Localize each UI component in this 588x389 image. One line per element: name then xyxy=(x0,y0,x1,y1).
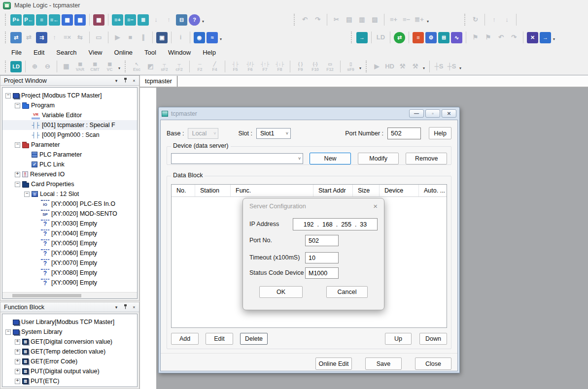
calculator-icon[interactable]: ⊞ xyxy=(438,32,450,43)
cut-icon[interactable]: ✂ xyxy=(331,14,342,26)
info-icon[interactable]: i xyxy=(175,32,186,43)
new-button[interactable]: New xyxy=(310,153,351,164)
ok-button[interactable]: OK xyxy=(259,286,303,298)
slot-select[interactable]: Slot1 ˅ xyxy=(256,128,291,139)
tree-item[interactable]: ┤├[001] tcpmaster : Special F xyxy=(2,120,137,130)
swap-icon[interactable]: ⇄ xyxy=(394,32,405,43)
tree-item[interactable]: ✓PLC Link xyxy=(2,160,137,169)
add-block-icon[interactable]: ≣+ xyxy=(414,14,425,26)
device-monitor-icon-dropdown[interactable]: ▾ xyxy=(220,37,222,41)
import-project-icon[interactable]: ≡← xyxy=(49,14,60,26)
column-header[interactable]: Auto. ... xyxy=(419,185,447,196)
modify-button[interactable]: Modify xyxy=(358,153,399,164)
download-icon[interactable]: ↓ xyxy=(150,14,162,26)
module-sync-icon[interactable]: ↻ xyxy=(470,14,481,26)
tree-item[interactable]: +≣GET(Temp detection value) xyxy=(2,347,137,357)
toolbar-grip[interactable] xyxy=(464,14,466,26)
paste-icon[interactable]: ▥ xyxy=(356,14,368,26)
add-item-icon[interactable]: ≡+ xyxy=(112,14,123,26)
panel-menu-icon[interactable]: ▾ xyxy=(113,305,119,310)
vc-window-icon[interactable]: ▦VC xyxy=(103,60,116,73)
expand-toggle[interactable]: + xyxy=(15,349,20,355)
tree-item[interactable]: −Project [Modbus TCP Master] xyxy=(2,91,137,100)
module-list-icon[interactable]: ≡ xyxy=(413,32,424,43)
window-grid-icon[interactable]: ▦ xyxy=(61,61,72,72)
menu-item-help[interactable]: Help xyxy=(197,48,221,57)
down-button[interactable]: Down xyxy=(419,333,447,345)
online-edit-button[interactable]: Online Edit xyxy=(315,357,352,370)
f8-falling-contact-icon[interactable]: ┤↓├F8 xyxy=(273,60,286,73)
tree-item[interactable]: IO[XY:0000] PLC-ES In.O xyxy=(2,199,137,209)
tab-tcpmaster[interactable]: tcpmaster xyxy=(140,76,177,87)
online-settings-icon[interactable]: → xyxy=(540,32,551,43)
settings-gear-icon[interactable]: ⚙ xyxy=(425,32,437,43)
safety-lock-icon[interactable]: ▣ xyxy=(156,32,168,43)
item-properties-icon[interactable]: ≣ xyxy=(138,14,149,26)
stop-mode-icon[interactable]: ■ xyxy=(125,32,136,43)
menu-item-search[interactable]: Search xyxy=(51,48,82,57)
column-header[interactable]: Device xyxy=(380,185,419,196)
toolbar-grip[interactable] xyxy=(366,61,368,72)
undo-icon[interactable]: ↶ xyxy=(299,14,311,26)
menu-item-view[interactable]: View xyxy=(83,48,108,57)
panel-menu-icon[interactable]: ▾ xyxy=(113,78,119,83)
write-plc-icon[interactable]: ↑ xyxy=(49,32,60,43)
f7-rising-contact-icon[interactable]: ┤↑├F7 xyxy=(258,60,272,73)
web-browser-icon[interactable]: ◉ xyxy=(194,32,205,43)
collapse-toggle[interactable]: − xyxy=(15,182,20,187)
output-skip-icon-dropdown[interactable]: ▾ xyxy=(459,66,461,70)
close-icon[interactable]: × xyxy=(131,78,137,83)
clear-plc-icon[interactable]: ≡× xyxy=(62,32,73,43)
toolbar-grip[interactable] xyxy=(5,32,7,43)
tree-item[interactable]: +≣PUT(Digital output value) xyxy=(2,366,137,376)
pause-mode-icon[interactable]: ∥ xyxy=(138,32,149,43)
tree-item[interactable]: PLC Parameter xyxy=(2,150,137,160)
variable-window-icon[interactable]: ▦VAR xyxy=(73,60,87,73)
input-skip-icon[interactable]: ┼S xyxy=(433,61,445,72)
column-header[interactable]: Func. xyxy=(231,185,313,196)
toolbar-grip[interactable] xyxy=(351,32,353,43)
expand-toggle[interactable]: + xyxy=(15,369,20,374)
zoom-in-icon[interactable]: ⊕ xyxy=(29,61,40,72)
remove-button[interactable]: Remove xyxy=(406,153,447,164)
compare-plc-icon[interactable]: ⇆ xyxy=(74,32,86,43)
tree-item[interactable]: −Card Properties xyxy=(2,179,137,189)
toolbar-grip[interactable] xyxy=(5,14,7,26)
ip-address-input[interactable] xyxy=(293,218,378,230)
edit-button[interactable]: Edit xyxy=(206,333,233,345)
tools-icon[interactable]: ✕ xyxy=(527,32,538,43)
collapse-toggle[interactable]: − xyxy=(15,103,20,108)
comment-window-icon[interactable]: ▦CMT xyxy=(88,60,102,73)
expand-toggle[interactable]: + xyxy=(15,172,20,177)
disconnect-icon[interactable]: ⇄ xyxy=(23,32,35,43)
close-icon[interactable]: × xyxy=(373,202,378,210)
hd-convert-icon[interactable]: HD xyxy=(384,61,395,72)
module-transfer-icon[interactable]: → xyxy=(356,32,368,43)
up-button[interactable]: Up xyxy=(385,333,412,345)
connect-icon[interactable]: ⇄ xyxy=(10,32,22,43)
column-header[interactable]: No. xyxy=(172,185,195,196)
tree-item[interactable]: ?[XY:0030] Empty xyxy=(2,219,137,228)
sf9-block-icon-dropdown[interactable]: ▾ xyxy=(359,66,361,70)
device-monitor-icon[interactable]: ≈ xyxy=(207,32,218,43)
pin-icon[interactable] xyxy=(122,78,128,84)
tree-item[interactable]: User Library[Modbus TCP Master] xyxy=(2,317,137,327)
column-header[interactable]: Start Addr xyxy=(313,185,353,196)
sf9-block-icon[interactable]: ▯sF9 xyxy=(344,60,357,73)
tree-item[interactable]: ?[XY:0080] Empty xyxy=(2,268,137,278)
collapse-toggle[interactable]: − xyxy=(24,192,30,197)
module-up-icon[interactable]: ↑ xyxy=(488,14,500,26)
ld-il-convert-icon[interactable]: LD xyxy=(375,32,386,43)
upload-icon[interactable]: ↑ xyxy=(163,14,174,26)
timeout-input[interactable] xyxy=(305,252,339,263)
add-block-icon-dropdown[interactable]: ▾ xyxy=(427,19,429,24)
port-number-input[interactable] xyxy=(387,128,421,139)
f6-closed-contact-icon[interactable]: ┤/├F6 xyxy=(243,60,257,73)
delete-row-icon[interactable]: ≡− xyxy=(401,14,412,26)
zoom-out-icon[interactable]: ⊖ xyxy=(42,61,53,72)
force-input-menu-icon[interactable]: ⚒ xyxy=(410,61,421,72)
help-icon-dropdown[interactable]: ▾ xyxy=(202,19,204,24)
restore-icon[interactable]: ▫ xyxy=(425,109,440,118)
erase-icon[interactable]: ▨ xyxy=(369,14,380,26)
bookmark-icon[interactable]: ⚑ xyxy=(470,32,481,43)
